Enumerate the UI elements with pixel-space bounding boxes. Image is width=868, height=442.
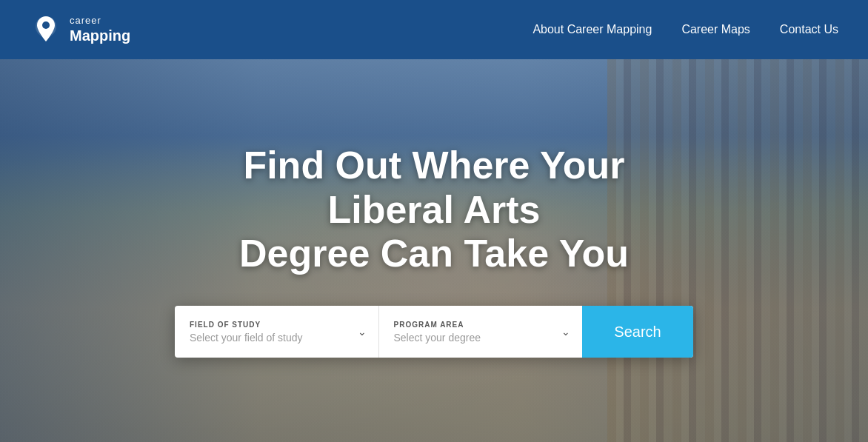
nav-career-maps[interactable]: Career Maps <box>681 23 750 36</box>
field-of-study-value: Select your field of study <box>190 332 364 344</box>
logo-icon <box>30 13 62 46</box>
site-header: career Mapping About Career Mapping Care… <box>0 0 868 59</box>
program-area-value: Select your degree <box>394 332 568 344</box>
nav-about[interactable]: About Career Mapping <box>533 23 652 36</box>
program-area-dropdown[interactable]: PROGRAM AREA Select your degree ⌄ <box>379 306 583 358</box>
hero-section: Find Out Where Your Liberal Arts Degree … <box>0 59 868 442</box>
field-of-study-dropdown[interactable]: FIELD OF STUDY Select your field of stud… <box>175 306 379 358</box>
program-area-arrow-icon: ⌄ <box>561 326 570 338</box>
search-button[interactable]: Search <box>582 306 693 358</box>
svg-point-1 <box>42 21 50 29</box>
search-bar: FIELD OF STUDY Select your field of stud… <box>175 306 693 358</box>
hero-title: Find Out Where Your Liberal Arts Degree … <box>175 144 693 276</box>
hero-content: Find Out Where Your Liberal Arts Degree … <box>0 59 868 442</box>
main-nav: About Career Mapping Career Maps Contact… <box>533 23 838 36</box>
logo[interactable]: career Mapping <box>30 13 130 46</box>
field-of-study-arrow-icon: ⌄ <box>358 326 367 338</box>
logo-text: career Mapping <box>70 15 130 44</box>
nav-contact[interactable]: Contact Us <box>780 23 838 36</box>
field-of-study-label: FIELD OF STUDY <box>190 321 364 329</box>
program-area-label: PROGRAM AREA <box>394 321 568 329</box>
